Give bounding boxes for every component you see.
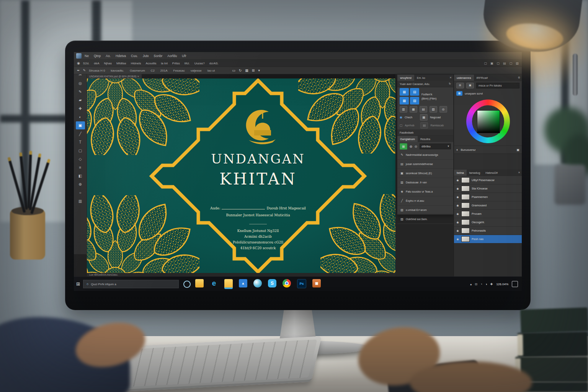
menu-item[interactable]: Hldnels (131, 62, 141, 65)
layer-thumbnail[interactable] (461, 194, 470, 200)
tab-channels[interactable]: tanwdug (467, 170, 483, 176)
start-button[interactable]: ⊞ (76, 281, 80, 287)
taskbar-app-icon[interactable]: e (210, 279, 218, 287)
panel-tab[interactable]: Ourrglatnom (397, 136, 418, 142)
menu-item[interactable]: Prtlss (172, 62, 180, 65)
layer-row[interactable]: ◉ Psamnemen (454, 193, 522, 201)
tray-icon[interactable]: ◑ (485, 283, 487, 286)
tray-icon[interactable]: ◔ (480, 283, 482, 286)
tool-button[interactable]: ◧ (76, 172, 85, 180)
tool-button[interactable]: ✎ (76, 88, 85, 96)
close-icon[interactable]: ✕ (449, 76, 452, 79)
tool-button[interactable]: ⊕ (76, 180, 85, 188)
layer-row[interactable]: ◉ UByf Pesemascar (454, 176, 522, 185)
visibility-eye-icon[interactable]: ◉ (456, 187, 459, 190)
grid-icon[interactable]: ▦ (420, 114, 428, 121)
taskbar-clock[interactable]: 126.04% (496, 283, 508, 286)
layer-thumbnail[interactable] (461, 186, 470, 191)
refresh-icon[interactable]: ↻ (449, 82, 451, 85)
tool-button[interactable]: ✚ (76, 105, 85, 113)
taskbar-app-icon[interactable] (283, 279, 291, 287)
menu-item[interactable]: Hdetva (116, 54, 126, 58)
panel-tab[interactable]: Resultra (418, 136, 433, 142)
visibility-eye-icon[interactable]: ◉ (456, 229, 459, 232)
panel-tab[interactable]: Em. ko (414, 75, 428, 81)
history-item[interactable]: ▤ jusan szemmdefrverae (397, 160, 453, 169)
tool-button[interactable]: T (76, 138, 85, 146)
tool-button[interactable]: ▰ (76, 96, 85, 104)
tab-paths[interactable]: Habnul2# (483, 170, 500, 176)
tray-icon[interactable]: ⊡ (475, 283, 477, 286)
tool-button[interactable]: ◇ (76, 155, 85, 163)
menu-item[interactable]: Cuu. (131, 54, 138, 58)
color-wheel[interactable] (454, 97, 522, 145)
taskbar-app-icon[interactable]: ▲ (239, 279, 247, 287)
taskbar-app-icon[interactable]: ▣ (312, 279, 321, 287)
swatch-button[interactable]: ▣ (466, 83, 474, 88)
adjustment-tile[interactable]: ▦ (400, 88, 409, 96)
taskbar-app-icon[interactable] (253, 279, 262, 287)
taskbar-app-icon[interactable]: S (268, 279, 276, 287)
taskbar-app-icon[interactable] (224, 279, 233, 289)
layer-row[interactable]: ◉ Oecogehl. (454, 218, 522, 227)
search-input[interactable]: ○ Quci PrrN irfqum a (83, 280, 179, 288)
view-icon[interactable]: ↻ (239, 69, 242, 72)
preset-dropdown[interactable]: diBr8ka▾ (420, 144, 451, 149)
history-item[interactable]: ╱ Éoytru rr ot.asu (397, 196, 453, 206)
menu-item[interactable]: lifcl. (185, 62, 190, 65)
color-tab[interactable]: IRFRca# (474, 75, 491, 81)
tool-button[interactable]: ▥ (76, 197, 85, 205)
menu-item[interactable]: Aorfdu (167, 54, 177, 58)
view-icon[interactable]: ▭ (232, 69, 235, 72)
option-item[interactable]: C2 (151, 69, 155, 72)
panel-icon[interactable]: ◎ (439, 106, 447, 113)
grid-button[interactable]: ⊞ (456, 83, 464, 88)
visibility-eye-icon[interactable]: ◉ (456, 238, 459, 241)
panel-options-icon[interactable]: ▣ (516, 148, 519, 152)
tool-button[interactable]: ≡ (76, 163, 85, 172)
layer-row[interactable]: ◉ Gramoused (454, 201, 522, 210)
menu-item[interactable]: Ne (85, 54, 89, 58)
menu-item[interactable]: Ufr (182, 54, 186, 58)
tool-button[interactable]: ╱ (76, 130, 85, 138)
menu-item[interactable]: Qtnp (94, 54, 101, 58)
view-icon[interactable]: ▦ (245, 69, 248, 72)
canvas[interactable]: UNDANGAN KHITAN Aude:Duoub Hrst Magescai… (87, 78, 395, 273)
visibility-eye-icon[interactable]: ◉ (456, 212, 459, 216)
close-icon[interactable]: ✕ (518, 171, 520, 174)
menu-item[interactable]: Acoutlis (146, 62, 157, 65)
tool-button[interactable]: ▢ (76, 147, 85, 155)
view-icon[interactable]: ⊞ (252, 69, 255, 72)
adjustment-tile[interactable]: ▨ (410, 97, 419, 105)
option-item[interactable]: 201A (160, 69, 168, 72)
tab-layers[interactable]: beIna (454, 170, 467, 176)
blue-swatch-icon[interactable]: ▦ (456, 91, 462, 96)
menu-item[interactable]: Njhas (104, 62, 112, 65)
workspace-icon[interactable]: ▢ (510, 62, 513, 65)
layer-thumbnail[interactable] (461, 203, 470, 208)
option-item[interactable]: Fesasac (173, 69, 185, 72)
tray-icon[interactable]: ▴ (470, 283, 472, 286)
layer-row[interactable]: ◉ Sta fOnoese (454, 185, 522, 193)
green-swatch-icon[interactable]: ▦ (400, 143, 407, 150)
workspace-icon[interactable]: ▢ (484, 62, 487, 65)
menu-item[interactable]: Mfdtlse (116, 62, 126, 65)
tray-icon[interactable]: ✚ (490, 283, 493, 286)
tool-button[interactable]: ◎ (76, 79, 85, 87)
view-icon[interactable]: ▾ (258, 69, 260, 72)
history-item[interactable]: ▨ Ootr0md sor.Sem. (397, 215, 453, 224)
layer-row[interactable]: ◉ Petronasils (454, 227, 522, 235)
workspace-icon[interactable]: ▧ (516, 62, 519, 65)
menu-item[interactable]: la tnt (161, 62, 168, 65)
menu-item[interactable]: Uuzas? (194, 62, 205, 65)
gear-icon[interactable]: ⚙ (518, 76, 520, 79)
menu-item[interactable]: dèA (94, 62, 99, 65)
panel-icon[interactable]: ▧ (430, 106, 437, 113)
option-item[interactable]: kavoadtu. (111, 69, 124, 72)
history-item[interactable]: ✎ Nadrrmsddial acaroussclgs (397, 150, 453, 160)
option-item[interactable]: lao ut (207, 69, 215, 72)
option-item[interactable]: Gasmerum (130, 69, 145, 72)
layer-thumbnail[interactable] (461, 211, 470, 217)
circle-icon[interactable]: ◎ (415, 145, 417, 148)
color-search-field[interactable]: msca ur Pn tsksks (476, 83, 519, 88)
